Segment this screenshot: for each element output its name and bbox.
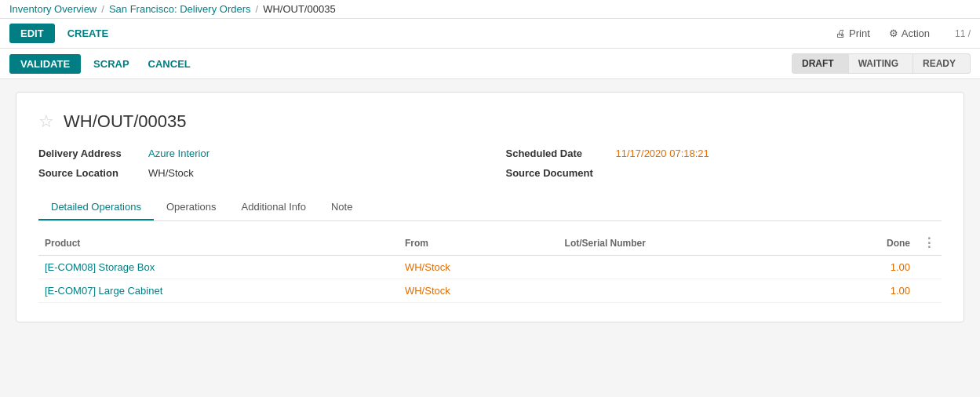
doc-header: ☆ WH/OUT/00035 [38,111,942,132]
row2-from[interactable]: WH/Stock [399,279,559,303]
delivery-address-label: Delivery Address [38,148,140,159]
breadcrumb-separator-2: / [256,3,259,15]
status-steps: DRAFT WAITING READY [792,53,971,74]
status-step-waiting[interactable]: WAITING [848,53,913,74]
source-location-value[interactable]: WH/Stock [148,167,194,179]
create-button[interactable]: CREATE [61,24,115,43]
col-product: Product [38,231,399,256]
row1-done: 1.00 [817,256,916,279]
doc-title: WH/OUT/00035 [64,111,187,132]
print-icon: 🖨 [836,27,846,39]
action-button[interactable]: ⚙ Action [883,24,936,43]
validate-button[interactable]: VALIDATE [9,54,81,74]
source-document-row: Source Document [506,167,942,179]
source-document-label: Source Document [506,167,608,179]
action-label: Action [902,27,930,39]
tab-note[interactable]: Note [319,195,365,220]
table-row: [E-COM07] Large Cabinet WH/Stock 1.00 [38,279,942,303]
scheduled-date-value[interactable]: 11/17/2020 07:18:21 [616,148,709,159]
row2-lot [559,279,817,303]
print-label: Print [849,27,870,39]
row1-product[interactable]: [E-COM08] Storage Box [38,256,399,279]
form-card: ☆ WH/OUT/00035 Delivery Address Azure In… [16,92,964,322]
delivery-address-value[interactable]: Azure Interior [148,148,209,159]
table-row: [E-COM08] Storage Box WH/Stock 1.00 [38,256,942,279]
gear-icon: ⚙ [889,27,898,39]
breadcrumb-inventory-overview[interactable]: Inventory Overview [9,3,97,15]
row1-lot [559,256,817,279]
tab-additional-info[interactable]: Additional Info [229,195,319,220]
row2-actions [916,279,942,303]
delivery-address-row: Delivery Address Azure Interior [38,148,475,159]
scheduled-date-row: Scheduled Date 11/17/2020 07:18:21 [506,148,942,159]
col-actions-header: ⋮ [916,231,942,256]
breadcrumb-separator-1: / [101,3,104,15]
row2-done: 1.00 [817,279,916,303]
print-button[interactable]: 🖨 Print [829,24,876,43]
row2-product[interactable]: [E-COM07] Large Cabinet [38,279,399,303]
cancel-button[interactable]: CANCEL [142,54,197,74]
tabs-container: Detailed Operations Operations Additiona… [38,195,942,221]
edit-button[interactable]: EDIT [9,24,55,43]
col-lot-serial: Lot/Serial Number [559,231,817,256]
fields-grid: Delivery Address Azure Interior Schedule… [38,148,942,179]
page-number: 11 / [955,28,971,39]
col-done: Done [817,231,916,256]
main-content: ☆ WH/OUT/00035 Delivery Address Azure In… [0,79,980,335]
tab-detailed-operations[interactable]: Detailed Operations [38,195,154,220]
star-icon[interactable]: ☆ [38,111,54,132]
row1-from[interactable]: WH/Stock [399,256,559,279]
source-location-row: Source Location WH/Stock [38,167,475,179]
breadcrumb-delivery-orders[interactable]: San Francisco: Delivery Orders [109,3,251,15]
scheduled-date-label: Scheduled Date [506,148,608,159]
columns-icon[interactable]: ⋮ [923,236,935,249]
action-toolbar: EDIT CREATE 🖨 Print ⚙ Action 11 / [0,19,980,49]
row1-actions [916,256,942,279]
breadcrumb: Inventory Overview / San Francisco: Deli… [0,0,980,19]
status-toolbar: VALIDATE SCRAP CANCEL DRAFT WAITING READ… [0,49,980,79]
operations-table: Product From Lot/Serial Number Done ⋮ [E… [38,231,942,303]
status-step-ready[interactable]: READY [913,53,971,74]
scrap-button[interactable]: SCRAP [87,54,136,74]
tab-operations[interactable]: Operations [154,195,229,220]
source-location-label: Source Location [38,167,140,179]
status-step-draft[interactable]: DRAFT [792,53,849,74]
breadcrumb-current: WH/OUT/00035 [263,3,335,15]
col-from: From [399,231,559,256]
